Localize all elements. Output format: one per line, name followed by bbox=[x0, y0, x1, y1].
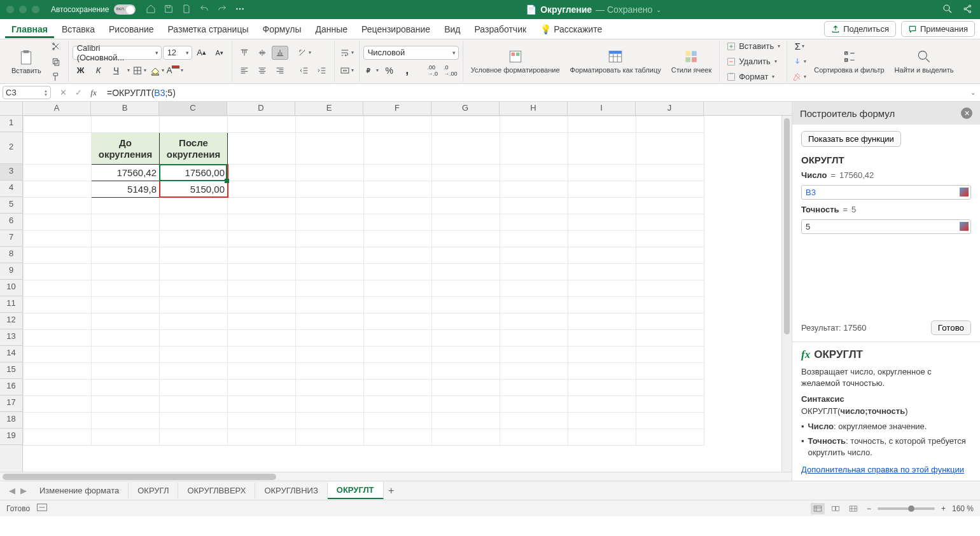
row-header-14[interactable]: 14 bbox=[0, 346, 22, 362]
format-painter-icon[interactable] bbox=[48, 70, 64, 84]
cell-C2[interactable]: После округления bbox=[160, 133, 228, 165]
comments-button[interactable]: Примечания bbox=[901, 21, 975, 37]
align-left-icon[interactable] bbox=[236, 64, 253, 78]
cell-styles-button[interactable]: Стили ячеек bbox=[668, 47, 715, 76]
col-header-F[interactable]: F bbox=[363, 102, 431, 115]
vertical-scrollbar[interactable] bbox=[781, 116, 792, 472]
tab-data[interactable]: Данные bbox=[309, 20, 354, 38]
increase-decimal-icon[interactable]: .00→.0 bbox=[424, 64, 441, 78]
paste-button[interactable]: Вставить bbox=[8, 48, 45, 76]
name-box-stepper[interactable]: ▲▼ bbox=[44, 89, 48, 97]
done-button[interactable]: Готово bbox=[931, 320, 971, 335]
clear-icon[interactable]: ▾ bbox=[791, 70, 808, 84]
cancel-formula-icon[interactable]: ✕ bbox=[57, 88, 69, 98]
merge-cells-icon[interactable]: ▾ bbox=[339, 64, 355, 78]
zoom-out-button[interactable]: − bbox=[864, 504, 874, 513]
col-header-D[interactable]: D bbox=[227, 102, 295, 115]
font-size-combo[interactable]: 12 bbox=[163, 46, 192, 60]
add-sheet-button[interactable]: + bbox=[384, 485, 399, 497]
cell-B2[interactable]: До округления bbox=[92, 133, 160, 165]
range-picker-icon-2[interactable] bbox=[960, 222, 969, 231]
wrap-text-icon[interactable]: ▾ bbox=[339, 46, 355, 60]
comma-icon[interactable]: , bbox=[399, 64, 416, 78]
undo-icon[interactable] bbox=[199, 4, 209, 16]
col-header-A[interactable]: A bbox=[23, 102, 91, 115]
row-header-16[interactable]: 16 bbox=[0, 379, 22, 395]
sheet-tab-1[interactable]: Изменение формата bbox=[31, 483, 129, 498]
bold-button[interactable]: Ж bbox=[73, 64, 89, 78]
minimize-dot[interactable] bbox=[19, 6, 27, 13]
fill-handle[interactable] bbox=[225, 179, 229, 183]
copy-icon[interactable] bbox=[48, 55, 64, 69]
cut-icon[interactable] bbox=[48, 39, 64, 53]
share-button[interactable]: Поделиться bbox=[824, 21, 896, 37]
view-page-break-icon[interactable] bbox=[846, 503, 860, 514]
autosum-icon[interactable]: Σ▾ bbox=[791, 39, 808, 53]
underline-button[interactable]: Ч bbox=[108, 64, 125, 78]
select-all-corner[interactable] bbox=[0, 102, 23, 115]
percent-icon[interactable]: % bbox=[381, 64, 398, 78]
more-help-link[interactable]: Дополнительная справка по этой функции bbox=[801, 465, 964, 474]
conditional-format-button[interactable]: Условное форматирование bbox=[467, 47, 564, 76]
expand-formula-bar-icon[interactable]: ⌄ bbox=[966, 89, 980, 96]
close-dot[interactable] bbox=[6, 6, 14, 13]
view-page-layout-icon[interactable] bbox=[829, 503, 843, 514]
number-format-combo[interactable]: Числовой bbox=[363, 46, 459, 60]
decrease-decimal-icon[interactable]: .0→.00 bbox=[442, 64, 459, 78]
row-header-6[interactable]: 6 bbox=[0, 214, 22, 230]
name-box[interactable]: C3 ▲▼ bbox=[3, 86, 51, 99]
align-top-icon[interactable] bbox=[236, 46, 253, 60]
share-icon-title[interactable] bbox=[962, 3, 974, 17]
row-header-18[interactable]: 18 bbox=[0, 412, 22, 429]
row-header-5[interactable]: 5 bbox=[0, 197, 22, 214]
align-bottom-icon[interactable] bbox=[272, 46, 288, 60]
format-table-button[interactable]: Форматировать как таблицу bbox=[566, 47, 665, 76]
accept-formula-icon[interactable]: ✓ bbox=[73, 88, 84, 98]
row-header-4[interactable]: 4 bbox=[0, 181, 22, 197]
cell-C3[interactable]: 17560,00 bbox=[160, 165, 228, 181]
tab-formulas[interactable]: Формулы bbox=[256, 20, 308, 38]
tab-draw[interactable]: Рисование bbox=[102, 20, 160, 38]
row-header-2[interactable]: 2 bbox=[0, 132, 22, 164]
sheet-tab-5[interactable]: ОКРУГЛТ bbox=[328, 482, 384, 499]
tab-layout[interactable]: Разметка страницы bbox=[162, 20, 255, 38]
cell-C4[interactable]: 5150,00 bbox=[160, 181, 228, 198]
cell-B4[interactable]: 5149,8 bbox=[92, 181, 160, 198]
row-header-12[interactable]: 12 bbox=[0, 313, 22, 329]
home-icon[interactable] bbox=[146, 4, 156, 16]
tab-review[interactable]: Рецензирование bbox=[355, 20, 437, 38]
chevron-down-icon[interactable]: ⌄ bbox=[656, 6, 661, 13]
autosave-switch[interactable]: вкл. bbox=[114, 4, 136, 15]
arg2-input[interactable]: 5 bbox=[801, 219, 971, 234]
more-icon[interactable] bbox=[235, 4, 245, 16]
col-header-I[interactable]: I bbox=[568, 102, 636, 115]
row-header-13[interactable]: 13 bbox=[0, 329, 22, 346]
row-header-3[interactable]: 3 bbox=[0, 164, 22, 181]
row-header-11[interactable]: 11 bbox=[0, 296, 22, 313]
show-all-functions-button[interactable]: Показать все функции bbox=[801, 131, 901, 147]
font-color-icon[interactable]: A▾ bbox=[167, 64, 183, 78]
view-normal-icon[interactable] bbox=[811, 503, 825, 514]
row-header-19[interactable]: 19 bbox=[0, 429, 22, 445]
formula-input[interactable]: =ОКРУГЛТ(B3;5) bbox=[103, 88, 966, 98]
range-picker-icon[interactable] bbox=[960, 188, 969, 196]
col-header-H[interactable]: H bbox=[500, 102, 568, 115]
zoom-dot[interactable] bbox=[32, 6, 39, 13]
zoom-in-button[interactable]: + bbox=[939, 504, 948, 513]
fill-down-icon[interactable]: ▾ bbox=[791, 55, 808, 69]
tab-insert[interactable]: Вставка bbox=[55, 20, 101, 38]
row-header-17[interactable]: 17 bbox=[0, 395, 22, 412]
indent-decrease-icon[interactable] bbox=[296, 64, 312, 78]
font-combo[interactable]: Calibri (Основной... bbox=[73, 46, 162, 60]
row-header-7[interactable]: 7 bbox=[0, 230, 22, 247]
currency-icon[interactable]: ₽▾ bbox=[363, 64, 380, 78]
sort-filter-button[interactable]: АЯ Сортировка и фильтр bbox=[810, 47, 888, 76]
tab-tellme[interactable]: 💡Расскажите bbox=[534, 20, 608, 38]
prev-sheet-icon[interactable]: ◀ bbox=[9, 486, 15, 495]
horizontal-scrollbar[interactable] bbox=[0, 472, 792, 481]
sheet-tab-4[interactable]: ОКРУГЛВНИЗ bbox=[255, 483, 327, 498]
sheet-tab-2[interactable]: ОКРУГЛ bbox=[129, 483, 178, 498]
file-icon[interactable] bbox=[181, 4, 192, 16]
row-header-9[interactable]: 9 bbox=[0, 263, 22, 280]
orientation-icon[interactable]: ▾ bbox=[296, 46, 312, 60]
